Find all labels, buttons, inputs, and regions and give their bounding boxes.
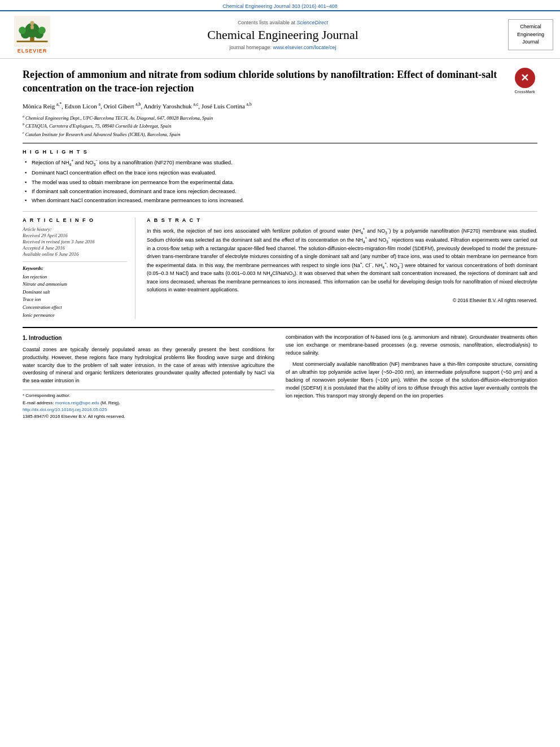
list-item: Trace ion [23, 296, 127, 304]
affiliation-c: c Catalan Institute for Research and Adv… [23, 130, 537, 138]
crossmark-badge: ✕ CrossMark [512, 68, 537, 94]
corresponding-note: * Corresponding author. [23, 392, 274, 399]
issn-line: 1385-8947/© 2016 Elsevier B.V. All right… [23, 413, 274, 420]
copyright-line: © 2016 Elsevier B.V. All rights reserved… [147, 298, 537, 303]
body-col-right: combination with the incorporation of N-… [286, 334, 537, 421]
email-note: E-mail address: monica.reig@upc.edu (M. … [23, 400, 274, 407]
highlights-section: H I G H L I G H T S Rejection of NH4+ an… [23, 149, 537, 204]
elsevier-tree-icon [12, 16, 52, 47]
intro-para-1: Coastal zones are typically densely popu… [23, 346, 274, 386]
affiliation-b: b CETAQUA, Carretera d'Esplugues, 75, 08… [23, 122, 537, 130]
list-item: If dominant salt concentration increased… [25, 187, 537, 195]
list-item: Ionic permeance [23, 312, 127, 320]
body-col-left: 1. Introduction Coastal zones are typica… [23, 334, 274, 421]
accepted-date: Accepted 4 June 2016 [23, 245, 127, 251]
journal-title: Chemical Engineering Journal [63, 28, 502, 42]
introduction-section: 1. Introduction Coastal zones are typica… [23, 327, 537, 421]
journal-logo-box: ChemicalEngineeringJournal [508, 19, 553, 50]
highlights-list: Rejection of NH4+ and NO3− ions by a nan… [23, 158, 537, 204]
svg-rect-9 [30, 25, 34, 29]
abstract-label: A B S T R A C T [147, 217, 537, 223]
highlights-label: H I G H L I G H T S [23, 149, 537, 155]
list-item: Dominant NaCl concentration effect on th… [25, 169, 537, 176]
revised-date: Received in revised form 3 June 2016 [23, 239, 127, 244]
intro-para-3: Most commercially available nanofiltrati… [286, 361, 537, 400]
online-date: Available online 6 June 2016 [23, 251, 127, 257]
list-item: Nitrate and ammonium [23, 281, 127, 289]
list-item: Concentration effect [23, 304, 127, 312]
doi-link[interactable]: http://dx.doi.org/10.1016/j.cej.2016.05.… [23, 407, 274, 413]
authors-line: Mònica Reig a,*, Edxon Licon a, Oriol Gi… [23, 101, 537, 111]
list-item: Ion rejection [23, 273, 127, 281]
intro-heading: 1. Introduction [23, 334, 274, 343]
svg-point-8 [30, 21, 34, 25]
elsevier-brand-text: ELSEVIER [18, 48, 47, 54]
list-item: The model was used to obtain membrane io… [25, 178, 537, 186]
homepage-line: journal homepage: www.elsevier.com/locat… [63, 45, 502, 50]
sciencedirect-line: Contents lists available at ScienceDirec… [63, 20, 502, 25]
svg-point-7 [38, 27, 46, 34]
article-history: Article history: Received 29 April 2016 … [23, 226, 127, 257]
email-link[interactable]: monica.reig@upc.edu [55, 400, 99, 405]
article-info-column: A R T I C L E I N F O Article history: R… [23, 217, 135, 320]
keywords-list: Ion rejection Nitrate and ammonium Domin… [23, 273, 127, 320]
footnotes: * Corresponding author. E-mail address: … [23, 390, 274, 421]
list-item: Rejection of NH4+ and NO3− ions by a nan… [25, 158, 537, 167]
abstract-column: A B S T R A C T In this work, the reject… [147, 217, 537, 320]
list-item: Dominant salt [23, 289, 127, 296]
body-two-col: 1. Introduction Coastal zones are typica… [23, 334, 537, 421]
article-title: Rejection of ammonium and nitrate from s… [23, 68, 537, 95]
article-info-label: A R T I C L E I N F O [23, 217, 127, 223]
affiliation-a: a Chemical Engineering Dept., UPC-Barcel… [23, 114, 537, 122]
article-info-abstract: A R T I C L E I N F O Article history: R… [23, 211, 537, 320]
svg-point-6 [19, 27, 26, 34]
affiliations: a Chemical Engineering Dept., UPC-Barcel… [23, 114, 537, 143]
journal-citation: Chemical Engineering Journal 303 (2016) … [0, 0, 560, 10]
list-item: When dominant NaCl concentration increas… [25, 196, 537, 204]
keywords-label: Keywords: [23, 265, 127, 271]
main-content: Rejection of ammonium and nitrate from s… [0, 59, 560, 426]
intro-para-2: combination with the incorporation of N-… [286, 334, 537, 357]
history-label: Article history: [23, 226, 127, 232]
received-date: Received 29 April 2016 [23, 233, 127, 238]
banner-center: Contents lists available at ScienceDirec… [63, 20, 502, 50]
abstract-text: In this work, the rejection of two ions … [147, 226, 537, 294]
journal-banner: ELSEVIER Contents lists available at Sci… [0, 10, 560, 59]
elsevier-logo: ELSEVIER [7, 16, 58, 54]
